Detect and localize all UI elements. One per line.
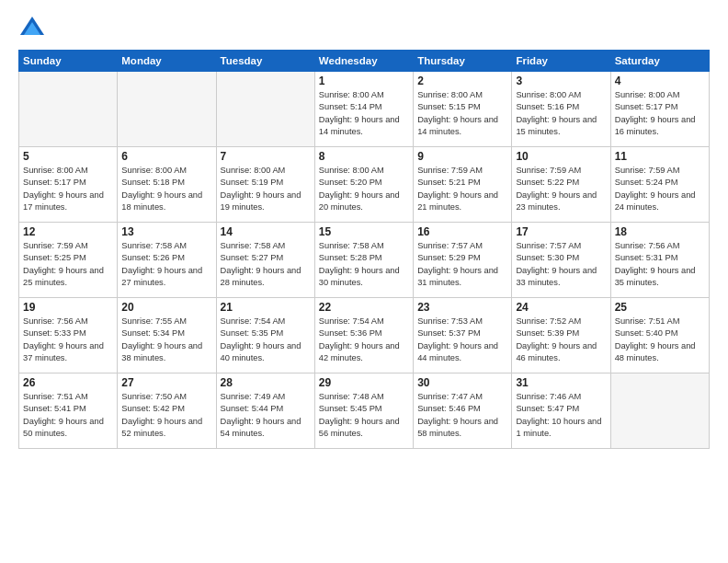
day-cell: 28 Sunrise: 7:49 AM Sunset: 5:44 PM Dayl…	[216, 373, 314, 449]
calendar: SundayMondayTuesdayWednesdayThursdayFrid…	[18, 50, 710, 449]
logo-icon	[18, 15, 46, 42]
page: SundayMondayTuesdayWednesdayThursdayFrid…	[0, 0, 728, 563]
day-info: Sunrise: 8:00 AM Sunset: 5:17 PM Dayligh…	[615, 89, 705, 139]
day-info: Sunrise: 8:00 AM Sunset: 5:18 PM Dayligh…	[121, 165, 211, 214]
day-number: 16	[417, 225, 507, 238]
day-number: 28	[221, 376, 311, 389]
header	[18, 15, 710, 42]
day-cell: 13 Sunrise: 7:58 AM Sunset: 5:26 PM Dayl…	[118, 223, 216, 298]
day-number: 3	[516, 75, 606, 87]
day-info: Sunrise: 7:54 AM Sunset: 5:35 PM Dayligh…	[221, 316, 311, 365]
day-cell	[216, 72, 314, 147]
day-cell: 27 Sunrise: 7:50 AM Sunset: 5:42 PM Dayl…	[118, 373, 216, 449]
weekday-friday: Friday	[512, 51, 610, 72]
day-number: 29	[319, 376, 409, 389]
day-cell: 19 Sunrise: 7:56 AM Sunset: 5:33 PM Dayl…	[19, 298, 118, 373]
day-number: 7	[221, 150, 311, 163]
day-number: 25	[615, 301, 705, 314]
day-info: Sunrise: 7:59 AM Sunset: 5:24 PM Dayligh…	[615, 165, 705, 214]
weekday-saturday: Saturday	[610, 51, 709, 72]
day-cell: 9 Sunrise: 7:59 AM Sunset: 5:21 PM Dayli…	[414, 147, 512, 223]
day-number: 10	[516, 150, 606, 163]
day-cell: 12 Sunrise: 7:59 AM Sunset: 5:25 PM Dayl…	[19, 223, 118, 298]
logo	[18, 15, 50, 42]
day-number: 18	[615, 225, 705, 238]
day-cell: 17 Sunrise: 7:57 AM Sunset: 5:30 PM Dayl…	[512, 223, 610, 298]
day-cell: 15 Sunrise: 7:58 AM Sunset: 5:28 PM Dayl…	[314, 223, 413, 298]
day-cell: 22 Sunrise: 7:54 AM Sunset: 5:36 PM Dayl…	[314, 298, 413, 373]
day-number: 24	[516, 301, 606, 314]
weekday-header: SundayMondayTuesdayWednesdayThursdayFrid…	[19, 51, 710, 72]
day-number: 22	[319, 301, 409, 314]
day-number: 31	[516, 376, 606, 389]
day-info: Sunrise: 8:00 AM Sunset: 5:20 PM Dayligh…	[319, 165, 409, 214]
day-info: Sunrise: 7:58 AM Sunset: 5:26 PM Dayligh…	[121, 240, 211, 290]
day-info: Sunrise: 7:46 AM Sunset: 5:47 PM Dayligh…	[516, 391, 606, 441]
day-cell: 25 Sunrise: 7:51 AM Sunset: 5:40 PM Dayl…	[610, 298, 709, 373]
day-number: 21	[221, 301, 311, 314]
day-cell: 21 Sunrise: 7:54 AM Sunset: 5:35 PM Dayl…	[216, 298, 314, 373]
day-info: Sunrise: 7:49 AM Sunset: 5:44 PM Dayligh…	[221, 391, 311, 441]
day-info: Sunrise: 7:48 AM Sunset: 5:45 PM Dayligh…	[319, 391, 409, 441]
weekday-thursday: Thursday	[414, 51, 512, 72]
day-info: Sunrise: 7:57 AM Sunset: 5:30 PM Dayligh…	[516, 240, 606, 290]
weekday-wednesday: Wednesday	[314, 51, 413, 72]
day-cell: 4 Sunrise: 8:00 AM Sunset: 5:17 PM Dayli…	[610, 72, 709, 147]
day-number: 20	[121, 301, 211, 314]
day-number: 26	[23, 376, 113, 389]
day-cell: 6 Sunrise: 8:00 AM Sunset: 5:18 PM Dayli…	[118, 147, 216, 223]
day-info: Sunrise: 8:00 AM Sunset: 5:17 PM Dayligh…	[23, 165, 113, 214]
day-info: Sunrise: 7:57 AM Sunset: 5:29 PM Dayligh…	[417, 240, 507, 290]
day-number: 14	[221, 225, 311, 238]
weekday-sunday: Sunday	[19, 51, 118, 72]
day-cell: 11 Sunrise: 7:59 AM Sunset: 5:24 PM Dayl…	[610, 147, 709, 223]
week-row-3: 19 Sunrise: 7:56 AM Sunset: 5:33 PM Dayl…	[19, 298, 710, 373]
day-cell: 26 Sunrise: 7:51 AM Sunset: 5:41 PM Dayl…	[19, 373, 118, 449]
day-cell: 31 Sunrise: 7:46 AM Sunset: 5:47 PM Dayl…	[512, 373, 610, 449]
day-number: 27	[121, 376, 211, 389]
day-cell	[19, 72, 118, 147]
day-info: Sunrise: 7:54 AM Sunset: 5:36 PM Dayligh…	[319, 316, 409, 365]
day-info: Sunrise: 7:59 AM Sunset: 5:25 PM Dayligh…	[23, 240, 113, 290]
day-info: Sunrise: 7:56 AM Sunset: 5:31 PM Dayligh…	[615, 240, 705, 290]
day-info: Sunrise: 7:51 AM Sunset: 5:41 PM Dayligh…	[23, 391, 113, 441]
day-number: 1	[319, 75, 409, 87]
day-number: 9	[417, 150, 507, 163]
day-number: 13	[121, 225, 211, 238]
day-number: 15	[319, 225, 409, 238]
day-cell: 8 Sunrise: 8:00 AM Sunset: 5:20 PM Dayli…	[314, 147, 413, 223]
day-cell	[118, 72, 216, 147]
day-cell: 23 Sunrise: 7:53 AM Sunset: 5:37 PM Dayl…	[414, 298, 512, 373]
day-cell: 5 Sunrise: 8:00 AM Sunset: 5:17 PM Dayli…	[19, 147, 118, 223]
day-cell: 2 Sunrise: 8:00 AM Sunset: 5:15 PM Dayli…	[414, 72, 512, 147]
day-cell: 10 Sunrise: 7:59 AM Sunset: 5:22 PM Dayl…	[512, 147, 610, 223]
day-cell: 30 Sunrise: 7:47 AM Sunset: 5:46 PM Dayl…	[414, 373, 512, 449]
weekday-monday: Monday	[118, 51, 216, 72]
day-info: Sunrise: 7:59 AM Sunset: 5:21 PM Dayligh…	[417, 165, 507, 214]
day-info: Sunrise: 8:00 AM Sunset: 5:15 PM Dayligh…	[417, 89, 507, 139]
day-number: 5	[23, 150, 113, 163]
day-cell: 7 Sunrise: 8:00 AM Sunset: 5:19 PM Dayli…	[216, 147, 314, 223]
weekday-tuesday: Tuesday	[216, 51, 314, 72]
day-number: 19	[23, 301, 113, 314]
day-info: Sunrise: 7:59 AM Sunset: 5:22 PM Dayligh…	[516, 165, 606, 214]
day-info: Sunrise: 8:00 AM Sunset: 5:16 PM Dayligh…	[516, 89, 606, 139]
day-info: Sunrise: 7:52 AM Sunset: 5:39 PM Dayligh…	[516, 316, 606, 365]
day-number: 8	[319, 150, 409, 163]
day-cell: 29 Sunrise: 7:48 AM Sunset: 5:45 PM Dayl…	[314, 373, 413, 449]
day-number: 17	[516, 225, 606, 238]
day-number: 11	[615, 150, 705, 163]
day-info: Sunrise: 7:56 AM Sunset: 5:33 PM Dayligh…	[23, 316, 113, 365]
day-info: Sunrise: 7:55 AM Sunset: 5:34 PM Dayligh…	[121, 316, 211, 365]
day-number: 4	[615, 75, 705, 87]
day-info: Sunrise: 8:00 AM Sunset: 5:14 PM Dayligh…	[319, 89, 409, 139]
day-cell	[610, 373, 709, 449]
week-row-2: 12 Sunrise: 7:59 AM Sunset: 5:25 PM Dayl…	[19, 223, 710, 298]
day-cell: 1 Sunrise: 8:00 AM Sunset: 5:14 PM Dayli…	[314, 72, 413, 147]
day-info: Sunrise: 7:53 AM Sunset: 5:37 PM Dayligh…	[417, 316, 507, 365]
calendar-body: 1 Sunrise: 8:00 AM Sunset: 5:14 PM Dayli…	[19, 72, 710, 449]
day-info: Sunrise: 7:58 AM Sunset: 5:27 PM Dayligh…	[221, 240, 311, 290]
day-cell: 18 Sunrise: 7:56 AM Sunset: 5:31 PM Dayl…	[610, 223, 709, 298]
day-number: 23	[417, 301, 507, 314]
day-cell: 3 Sunrise: 8:00 AM Sunset: 5:16 PM Dayli…	[512, 72, 610, 147]
